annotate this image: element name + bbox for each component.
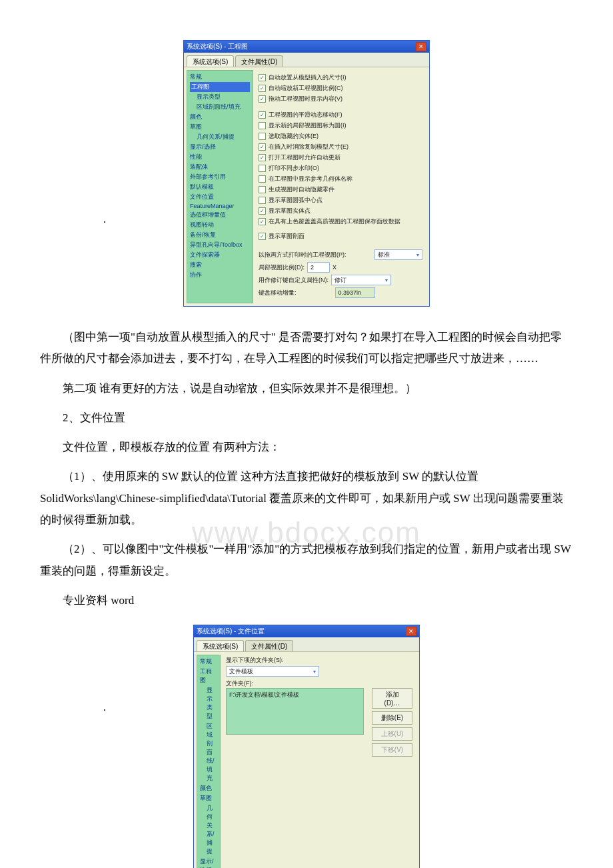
chevron-down-icon: ▾ [416, 252, 419, 258]
tree-item-display-select[interactable]: 显示/选择 [190, 142, 250, 152]
checkbox-select-hidden[interactable] [259, 133, 266, 140]
opt-label: 拖动工程视图时显示内容(V) [269, 95, 342, 103]
tree-item-file-explorer[interactable]: 文件探索器 [190, 250, 250, 260]
tree-item-search[interactable]: 搜索 [190, 260, 250, 270]
tree-item-relations[interactable]: 几何关系/捕捉 [200, 803, 217, 857]
list-item[interactable]: F:\开发文档\模板\文件模板 [229, 691, 360, 699]
figure-marker-1: . [103, 213, 106, 225]
tree-item-hole-wizard[interactable]: 异型孔向导/Toolbox [190, 240, 250, 250]
opt-label: 显示草图剖面 [269, 232, 305, 241]
tree-item-area-hatch[interactable]: 区域剖面线/填充 [200, 721, 217, 783]
figure-marker-2: . [103, 701, 106, 713]
opt-label: 在插入时消除复制模型尺寸(E) [269, 143, 348, 151]
combo-value: 标准 [378, 251, 390, 259]
tree-item-colors[interactable]: 颜色 [190, 112, 250, 122]
tree-item-drawings[interactable]: 工程图 [190, 82, 250, 92]
tree-item-area-hatch[interactable]: 区域剖面线/填充 [190, 102, 250, 112]
checkbox-print-watermark[interactable] [259, 165, 266, 172]
opt-label: 自动放置从模型插入的尺寸(I) [269, 73, 346, 82]
paragraph-6: （2）、可以像图中"文件模板"一样用"添加"的方式把模板存放到我们指定的位置，新… [40, 539, 573, 582]
tree-item-display-style[interactable]: 显示类型 [190, 92, 250, 102]
tree-item-display-style[interactable]: 显示类型 [200, 685, 217, 721]
checkbox-auto-update[interactable]: ✓ [259, 154, 266, 161]
opt-label: 显示草图实体点 [269, 207, 310, 215]
opt-label: 自动缩放新工程视图比例(C) [269, 84, 343, 93]
tree-item-file-locations[interactable]: 文件位置 [190, 192, 250, 202]
tree-item-external-ref[interactable]: 外部参考引用 [190, 172, 250, 182]
label-keyboard-increment: 键盘移动增量: [259, 289, 297, 297]
checkbox-smooth-motion[interactable]: ✓ [259, 111, 266, 119]
opt-label: 选取隐藏的实体(E) [269, 132, 318, 141]
chevron-down-icon: ▾ [385, 277, 388, 283]
checkbox-auto-hide-parts[interactable] [259, 186, 266, 193]
tree-item-sketch[interactable]: 草图 [190, 122, 250, 132]
label-folders: 文件夹(F): [226, 679, 412, 688]
paragraph-4: 文件位置，即模板存放的位置 有两种方法： [40, 437, 573, 458]
opt-label: 打开工程图时允许自动更新 [269, 153, 340, 162]
tree-item-performance[interactable]: 性能 [190, 152, 250, 162]
move-up-button[interactable]: 上移(U) [372, 727, 412, 741]
tree-item-display-select[interactable]: 显示/选择 [200, 857, 217, 868]
combo-value: 修订 [334, 276, 346, 285]
add-button[interactable]: 添加(D)… [372, 688, 412, 709]
tree-item-featuremanager[interactable]: FeatureManager [190, 202, 250, 210]
checkbox-auto-scale[interactable]: ✓ [259, 85, 266, 92]
tab-system-options[interactable]: 系统选项(S) [197, 640, 244, 651]
tree-item-default-template[interactable]: 默认模板 [190, 182, 250, 192]
checkbox-show-sketch-section[interactable]: ✓ [259, 233, 266, 240]
opt-label: 生成视图时自动隐藏零件 [269, 185, 334, 194]
tree-item-collaboration[interactable]: 协作 [190, 270, 250, 280]
delete-button[interactable]: 删除(E) [372, 711, 412, 725]
paragraph-5: （1）、使用原来的 SW 默认的位置 这种方法直接把做好的模板放到 SW 的默认… [40, 466, 573, 531]
tree-item-spin-increment[interactable]: 选值框增量值 [190, 210, 250, 220]
close-icon[interactable]: ✕ [416, 42, 426, 51]
paragraph-2: 第二项 谁有更好的方法，说是自动缩放，但实际效果并不是很理想。） [40, 378, 573, 399]
opt-label: 工程视图的平滑动态移动(F) [269, 111, 342, 119]
options-panel: ✓自动放置从模型插入的尺寸(I) ✓自动缩放新工程视图比例(C) ✓拖动工程视图… [256, 67, 429, 306]
opt-label: 在具有上色覆盖盖高质视图的工程图保存面纹数据 [269, 217, 400, 226]
input-keyboard-increment[interactable]: 0.3937in [335, 287, 375, 298]
tree-item-general[interactable]: 常规 [190, 72, 250, 82]
options-tree[interactable]: 常规 工程图 显示类型 区域剖面线/填充 颜色 草图 几何关系/捕捉 显示/选择… [197, 655, 221, 868]
combo-folder-type[interactable]: 文件模板 ▾ [226, 666, 319, 677]
screenshot-system-options-file-locations: 系统选项(S) - 文件位置 ✕ 系统选项(S) 文件属性(D) 常规 工程图 … [193, 625, 420, 868]
paragraph-7: 专业资料 word [40, 590, 573, 611]
tree-item-view-rotation[interactable]: 视图转动 [190, 220, 250, 230]
options-tree[interactable]: 常规 工程图 显示类型 区域剖面线/填充 颜色 草图 几何关系/捕捉 显示/选择… [187, 70, 253, 303]
label-x: X [332, 264, 336, 271]
checkbox-save-face-data[interactable]: ✓ [259, 218, 266, 225]
dialog-tabs: 系统选项(S) 文件属性(D) [194, 637, 419, 652]
label-print-method: 以拖画方式打印时的工程视图(P): [259, 251, 346, 259]
folders-list[interactable]: F:\开发文档\模板\文件模板 [226, 688, 364, 735]
paragraph-1: （图中第一项"自动放置从模型插入的尺寸" 是否需要打对勾？如果打在导入工程图的时… [40, 327, 573, 370]
tree-item-general[interactable]: 常规 [200, 657, 217, 667]
tree-item-drawings[interactable]: 工程图 [200, 667, 217, 685]
tab-document-properties[interactable]: 文件属性(D) [235, 55, 283, 67]
tree-item-backup[interactable]: 备份/恢复 [190, 230, 250, 240]
combo-revision-prop[interactable]: 修订 ▾ [331, 275, 391, 285]
checkbox-show-refgeom-names[interactable] [259, 175, 266, 183]
tab-document-properties[interactable]: 文件属性(D) [245, 640, 293, 651]
combo-print-method[interactable]: 标准 ▾ [374, 249, 422, 260]
checkbox-sketch-entity-points[interactable]: ✓ [259, 207, 266, 215]
tree-item-assembly[interactable]: 装配体 [190, 162, 250, 172]
dialog-title: 系统选项(S) - 文件位置 [197, 627, 265, 636]
chevron-down-icon: ▾ [313, 669, 316, 675]
checkbox-detail-circle[interactable] [259, 122, 266, 129]
tree-item-sketch[interactable]: 草图 [200, 793, 217, 803]
screenshot-system-options-drawings: 系统选项(S) - 工程图 ✕ 系统选项(S) 文件属性(D) 常规 工程图 显… [183, 40, 430, 307]
move-down-button[interactable]: 下移(V) [372, 743, 412, 757]
checkbox-auto-place-dims[interactable]: ✓ [259, 74, 266, 81]
checkbox-sketch-arc-center[interactable] [259, 197, 266, 204]
dialog-title: 系统选项(S) - 工程图 [187, 42, 248, 51]
tree-item-colors[interactable]: 颜色 [200, 783, 217, 793]
spin-detail-scale[interactable]: 2 [307, 262, 330, 273]
checkbox-eliminate-dup-dims[interactable]: ✓ [259, 143, 266, 151]
checkbox-drag-show[interactable]: ✓ [259, 95, 266, 103]
tree-item-relations[interactable]: 几何关系/捕捉 [190, 132, 250, 142]
label-revision-prop: 用作修订键自定义属性(N): [259, 276, 328, 285]
tab-system-options[interactable]: 系统选项(S) [187, 55, 234, 67]
close-icon[interactable]: ✕ [406, 627, 416, 636]
dialog-tabs: 系统选项(S) 文件属性(D) [184, 53, 429, 67]
opt-label: 显示新的局部视图图标为圆(I) [269, 121, 346, 130]
